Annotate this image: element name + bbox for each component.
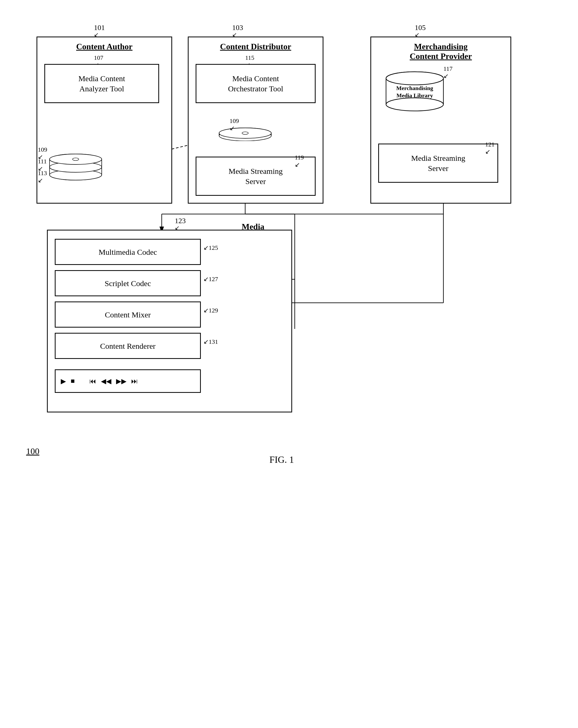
scriplet-codec-label: Scriplet Codec <box>105 278 151 288</box>
diagram-number: 100 <box>26 446 39 456</box>
svg-point-28 <box>73 158 79 160</box>
ref-105: 105 ↙ <box>415 24 426 37</box>
ref-103: 103 ↙ <box>232 24 243 37</box>
disk-distributor <box>218 120 273 141</box>
media-streaming-server-121-box: Media StreamingServer <box>378 144 498 183</box>
ref-109-right: 109↙ <box>229 118 239 132</box>
ref-119: 119↙ <box>295 154 304 168</box>
content-renderer-box: Content Renderer <box>55 333 201 359</box>
multimedia-codec-label: Multimedia Codec <box>99 247 157 257</box>
content-mixer-label: Content Mixer <box>105 310 151 320</box>
ref-101: 101 ↙ <box>94 24 105 37</box>
ref-113: 113↙ <box>38 170 47 184</box>
media-content-orchestrator-box: Media ContentOrchestrator Tool <box>196 64 315 103</box>
ref-131: ↙131 <box>203 338 218 345</box>
svg-point-35 <box>242 132 248 134</box>
rewind-button[interactable]: ◀◀ <box>101 377 111 385</box>
skip-forward-button[interactable]: ⏭ <box>131 377 138 385</box>
multimedia-codec-box: Multimedia Codec <box>55 239 201 265</box>
media-content-orchestrator-label: Media ContentOrchestrator Tool <box>228 73 283 94</box>
media-streaming-server-119-label: Media StreamingServer <box>228 166 282 186</box>
media-controls-box: ▶ ■ ⏮ ◀◀ ▶▶ ⏭ <box>55 369 201 393</box>
scriplet-codec-box: Scriplet Codec <box>55 270 201 296</box>
svg-point-40 <box>386 98 443 111</box>
media-streaming-server-121-label: Media StreamingServer <box>411 153 465 173</box>
content-renderer-label: Content Renderer <box>100 341 156 351</box>
svg-point-41 <box>386 72 443 85</box>
ref-129: ↙129 <box>203 307 218 314</box>
disk-stack-author <box>47 141 104 183</box>
content-distributor-label: Content Distributor <box>189 42 322 51</box>
merchandising-media-library: Merchandising Media Library <box>383 71 446 112</box>
media-content-analyzer-box: Media ContentAnalyzer Tool <box>44 64 159 103</box>
content-mixer-box: Content Mixer <box>55 302 201 328</box>
fast-forward-button[interactable]: ▶▶ <box>116 377 127 385</box>
ref-123: 123 ↙ <box>175 217 186 231</box>
media-content-analyzer-label: Media ContentAnalyzer Tool <box>78 73 125 94</box>
ref-125: ↙125 <box>203 244 218 251</box>
skip-back-button[interactable]: ⏮ <box>89 377 96 385</box>
stop-button[interactable]: ■ <box>71 377 75 385</box>
svg-text:Merchandising: Merchandising <box>396 85 433 92</box>
merchandising-label: MerchandisingContent Provider <box>370 42 511 61</box>
content-author-label: Content Author <box>42 42 167 51</box>
ref-121: 121↙ <box>485 141 495 155</box>
ref-127: ↙127 <box>203 276 218 283</box>
play-button[interactable]: ▶ <box>61 377 66 385</box>
figure-label: FIG. 1 <box>243 454 321 465</box>
svg-text:Media Library: Media Library <box>396 92 433 99</box>
